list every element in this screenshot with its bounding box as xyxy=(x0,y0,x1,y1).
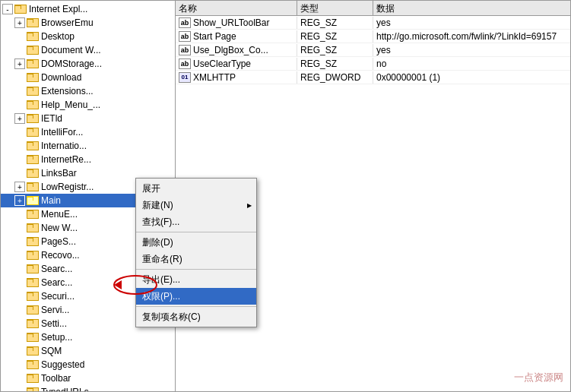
expand-placeholder-neww xyxy=(14,223,25,233)
table-row[interactable]: ab Start Page REG_SZ http://go.microsoft… xyxy=(176,30,570,43)
folder-icon-neww xyxy=(27,223,39,233)
ctx-export-label: 导出(E)... xyxy=(142,273,180,286)
folder-icon-typedurls xyxy=(27,387,39,391)
ctx-new[interactable]: 新建(N) xyxy=(136,197,256,213)
expand-icon-root[interactable]: - xyxy=(2,4,13,14)
folder-icon-internetre xyxy=(27,154,39,165)
tree-root-label: Internet Expl... xyxy=(29,4,87,14)
folder-icon-securi xyxy=(27,291,39,302)
tree-label-domstorage: DOMStorage... xyxy=(41,58,102,69)
tree-item-ietld[interactable]: + IETld xyxy=(1,112,175,125)
ab-icon-0: ab xyxy=(179,17,191,28)
value-name-2: Use_DlgBox_Co... xyxy=(193,45,268,55)
ctx-permission[interactable]: 权限(P)... xyxy=(136,288,256,305)
tree-root[interactable]: - Internet Expl... xyxy=(1,2,175,16)
col-header-type: 类型 xyxy=(297,1,373,15)
table-row[interactable]: ab UseClearType REG_SZ no xyxy=(176,57,570,71)
tree-item-internatio[interactable]: Internatio... xyxy=(1,139,175,153)
table-row[interactable]: ab Show_URLToolBar REG_SZ yes xyxy=(176,16,570,30)
ctx-separator-1 xyxy=(136,232,256,232)
tree-label-desktop: Desktop xyxy=(41,31,75,42)
tree-label-ietld: IETld xyxy=(41,113,62,124)
ctx-find-label: 查找(F)... xyxy=(142,216,179,229)
folder-icon-sqm xyxy=(27,346,39,356)
folder-icon-menue xyxy=(27,209,39,220)
table-row[interactable]: ab Use_DlgBox_Co... REG_SZ yes xyxy=(176,43,570,57)
ab-icon-2: ab xyxy=(179,45,191,55)
tree-label-lowregistr: LowRegistr... xyxy=(41,182,94,192)
ctx-delete[interactable]: 删除(D) xyxy=(136,234,256,251)
expand-placeholder-intellifor xyxy=(14,127,25,138)
tree-label-helpmenu: Help_Menu_... xyxy=(41,100,100,110)
folder-icon-browseremu xyxy=(27,17,39,28)
tree-item-suggested[interactable]: Suggested xyxy=(1,358,175,371)
table-row[interactable]: 01 XMLHTTP REG_DWORD 0x00000001 (1) xyxy=(176,71,570,84)
ctx-find[interactable]: 查找(F)... xyxy=(136,213,256,230)
tree-label-internatio: Internatio... xyxy=(41,141,87,151)
tree-item-browseremu[interactable]: + BrowserEmu xyxy=(1,16,175,30)
cell-val-2: yes xyxy=(373,44,570,56)
folder-icon-root xyxy=(14,4,27,14)
ctx-separator-2 xyxy=(136,269,256,270)
folder-icon-extensions xyxy=(27,86,39,96)
expand-icon-lowregistr[interactable]: + xyxy=(14,182,25,192)
expand-placeholder-servi xyxy=(14,305,25,315)
tree-item-typedurls[interactable]: TypedURLs xyxy=(1,385,175,391)
tree-item-domstorage[interactable]: + DOMStorage... xyxy=(1,57,175,71)
expand-placeholder-toolbar xyxy=(14,373,25,384)
expand-placeholder-internetre xyxy=(14,154,25,165)
cell-name-3: ab UseClearType xyxy=(176,58,297,70)
expand-placeholder-securi xyxy=(14,291,25,302)
expand-icon-ietld[interactable]: + xyxy=(14,113,25,124)
ctx-copyname[interactable]: 复制项名称(C) xyxy=(136,308,256,325)
cell-val-4: 0x00000001 (1) xyxy=(373,71,570,84)
tree-label-menue: MenuE... xyxy=(41,209,78,220)
cell-type-4: REG_DWORD xyxy=(297,71,373,84)
expand-icon-browseremu[interactable]: + xyxy=(14,17,25,28)
expand-icon-main[interactable]: + xyxy=(14,195,25,206)
cell-type-0: REG_SZ xyxy=(297,17,373,29)
tree-label-searc2: Searc... xyxy=(41,277,72,288)
ctx-expand[interactable]: 展开 xyxy=(136,180,256,197)
folder-icon-setti xyxy=(27,318,39,329)
watermark: 一点资源网 xyxy=(514,371,563,384)
tree-label-main: Main xyxy=(41,195,61,206)
tree-label-sqm: SQM xyxy=(41,346,62,356)
tree-item-internetre[interactable]: InternetRe... xyxy=(1,153,175,166)
tree-item-documentw[interactable]: Document W... xyxy=(1,43,175,57)
tree-label-browseremu: BrowserEmu xyxy=(41,17,94,28)
ctx-export[interactable]: 导出(E)... xyxy=(136,271,256,288)
tree-label-documentw: Document W... xyxy=(41,45,101,55)
expand-icon-domstorage[interactable]: + xyxy=(14,58,25,69)
cell-val-1: http://go.microsoft.com/fwlink/?LinkId=6… xyxy=(373,30,570,43)
expand-placeholder-recovo xyxy=(14,250,25,261)
tree-item-toolbar[interactable]: Toolbar xyxy=(1,371,175,385)
ctx-permission-label: 权限(P)... xyxy=(142,290,180,303)
expand-placeholder-helpmenu xyxy=(14,100,25,110)
tree-label-toolbar: Toolbar xyxy=(41,373,71,384)
col-header-name: 名称 xyxy=(176,1,297,15)
tree-label-setti: Setti... xyxy=(41,318,67,329)
tree-label-recovo: Recovo... xyxy=(41,250,80,261)
folder-icon-internatio xyxy=(27,141,39,151)
context-menu: 展开 新建(N) 查找(F)... 删除(D) 重命名(R) 导出(E)... … xyxy=(135,178,257,327)
tree-item-download[interactable]: Download xyxy=(1,71,175,84)
folder-icon-searc1 xyxy=(27,264,39,274)
folder-icon-suggested xyxy=(27,359,39,370)
tree-item-intellifor[interactable]: IntelliFor... xyxy=(1,125,175,139)
cell-type-1: REG_SZ xyxy=(297,30,373,43)
folder-icon-desktop xyxy=(27,31,39,42)
ctx-rename-label: 重命名(R) xyxy=(142,253,182,266)
tree-item-setup[interactable]: Setup... xyxy=(1,330,175,344)
tree-item-helpmenu[interactable]: Help_Menu_... xyxy=(1,98,175,112)
tree-item-sqm[interactable]: SQM xyxy=(1,344,175,358)
expand-placeholder-extensions xyxy=(14,86,25,96)
cell-name-0: ab Show_URLToolBar xyxy=(176,17,297,29)
tree-item-desktop[interactable]: Desktop xyxy=(1,30,175,43)
folder-icon-intellifor xyxy=(27,127,39,138)
tree-label-typedurls: TypedURLs xyxy=(41,387,89,391)
tree-item-extensions[interactable]: Extensions... xyxy=(1,84,175,98)
expand-placeholder-desktop xyxy=(14,31,25,42)
ctx-rename[interactable]: 重命名(R) xyxy=(136,251,256,267)
folder-icon-setup xyxy=(27,332,39,343)
